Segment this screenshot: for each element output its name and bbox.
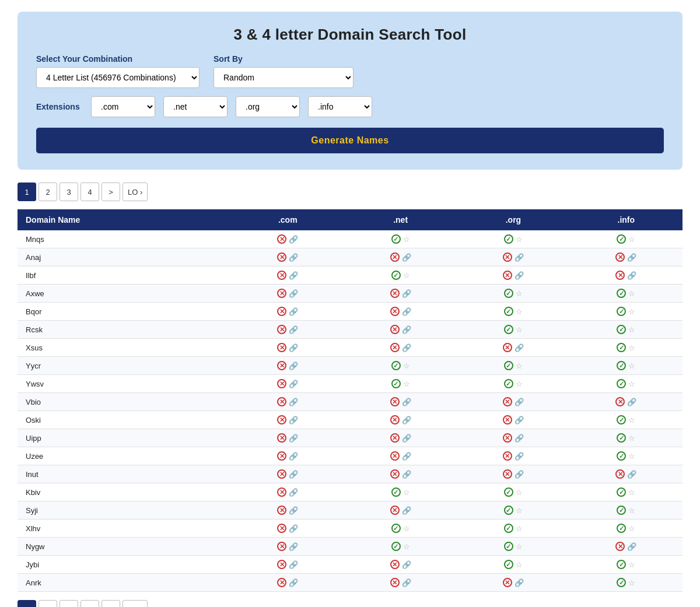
link-icon[interactable]: 🔗	[514, 470, 524, 479]
link-icon[interactable]: 🔗	[402, 325, 411, 334]
link-icon[interactable]: 🔗	[402, 343, 411, 352]
star-icon[interactable]: ☆	[403, 542, 410, 551]
combination-select[interactable]: 3 Letter List (17576 Combinations) 4 Let…	[36, 67, 200, 88]
link-icon[interactable]: 🔗	[514, 416, 524, 424]
link-icon[interactable]: 🔗	[289, 253, 298, 262]
link-icon[interactable]: 🔗	[289, 416, 298, 424]
link-icon[interactable]: 🔗	[289, 398, 298, 406]
link-icon[interactable]: 🔗	[402, 470, 411, 479]
link-icon[interactable]: 🔗	[627, 398, 636, 406]
star-icon[interactable]: ☆	[516, 289, 523, 298]
link-icon[interactable]: 🔗	[402, 307, 411, 316]
page-btn-1-bottom[interactable]: 1	[18, 600, 36, 607]
ext-select-info[interactable]: .com.net.org.info	[308, 96, 372, 117]
star-icon[interactable]: ☆	[403, 271, 410, 280]
star-icon[interactable]: ☆	[403, 524, 410, 533]
star-icon[interactable]: ☆	[516, 325, 523, 334]
page-btn-next-top[interactable]: >	[102, 183, 120, 201]
star-icon[interactable]: ☆	[628, 380, 635, 388]
page-btn-lo-bottom[interactable]: LO ›	[123, 600, 148, 607]
ext-select-net[interactable]: .com.net.org.info	[163, 96, 228, 117]
link-icon[interactable]: 🔗	[514, 578, 524, 587]
link-icon[interactable]: 🔗	[514, 343, 524, 352]
star-icon[interactable]: ☆	[628, 416, 635, 424]
link-icon[interactable]: 🔗	[627, 271, 636, 280]
star-icon[interactable]: ☆	[516, 488, 523, 497]
star-icon[interactable]: ☆	[628, 506, 635, 515]
star-icon[interactable]: ☆	[628, 452, 635, 461]
link-icon[interactable]: 🔗	[289, 380, 298, 388]
link-icon[interactable]: 🔗	[289, 578, 298, 587]
page-btn-lo-top[interactable]: LO ›	[123, 183, 148, 201]
star-icon[interactable]: ☆	[516, 362, 523, 370]
link-icon[interactable]: 🔗	[289, 470, 298, 479]
link-icon[interactable]: 🔗	[289, 289, 298, 298]
link-icon[interactable]: 🔗	[514, 434, 524, 443]
star-icon[interactable]: ☆	[516, 524, 523, 533]
link-icon[interactable]: 🔗	[402, 253, 411, 262]
link-icon[interactable]: 🔗	[402, 506, 411, 515]
star-icon[interactable]: ☆	[403, 488, 410, 497]
link-icon[interactable]: 🔗	[289, 506, 298, 515]
star-icon[interactable]: ☆	[628, 343, 635, 352]
link-icon[interactable]: 🔗	[289, 560, 298, 569]
ext-select-com[interactable]: .com.net.org.info	[91, 96, 155, 117]
link-icon[interactable]: 🔗	[289, 434, 298, 443]
star-icon[interactable]: ☆	[403, 235, 410, 244]
link-icon[interactable]: 🔗	[289, 488, 298, 497]
star-icon[interactable]: ☆	[628, 289, 635, 298]
link-icon[interactable]: 🔗	[289, 452, 298, 461]
link-icon[interactable]: 🔗	[289, 343, 298, 352]
star-icon[interactable]: ☆	[516, 380, 523, 388]
star-icon[interactable]: ☆	[628, 325, 635, 334]
star-icon[interactable]: ☆	[628, 362, 635, 370]
link-icon[interactable]: 🔗	[402, 289, 411, 298]
star-icon[interactable]: ☆	[628, 235, 635, 244]
link-icon[interactable]: 🔗	[627, 253, 636, 262]
star-icon[interactable]: ☆	[628, 307, 635, 316]
link-icon[interactable]: 🔗	[402, 416, 411, 424]
page-btn-1-top[interactable]: 1	[18, 183, 36, 201]
link-icon[interactable]: 🔗	[289, 362, 298, 370]
link-icon[interactable]: 🔗	[514, 452, 524, 461]
page-btn-4-bottom[interactable]: 4	[80, 600, 99, 607]
link-icon[interactable]: 🔗	[402, 578, 411, 587]
star-icon[interactable]: ☆	[628, 488, 635, 497]
star-icon[interactable]: ☆	[516, 560, 523, 569]
link-icon[interactable]: 🔗	[402, 560, 411, 569]
star-icon[interactable]: ☆	[516, 506, 523, 515]
sort-select[interactable]: Random Alphabetical Reverse Alphabetical	[214, 67, 354, 88]
link-icon[interactable]: 🔗	[627, 542, 636, 551]
star-icon[interactable]: ☆	[628, 560, 635, 569]
link-icon[interactable]: 🔗	[289, 271, 298, 280]
link-icon[interactable]: 🔗	[402, 434, 411, 443]
page-btn-3-bottom[interactable]: 3	[60, 600, 78, 607]
link-icon[interactable]: 🔗	[402, 398, 411, 406]
star-icon[interactable]: ☆	[628, 524, 635, 533]
page-btn-3-top[interactable]: 3	[60, 183, 78, 201]
link-icon[interactable]: 🔗	[514, 271, 524, 280]
link-icon[interactable]: 🔗	[514, 398, 524, 406]
link-icon[interactable]: 🔗	[289, 235, 298, 244]
link-icon[interactable]: 🔗	[289, 524, 298, 533]
star-icon[interactable]: ☆	[403, 362, 410, 370]
star-icon[interactable]: ☆	[628, 578, 635, 587]
link-icon[interactable]: 🔗	[402, 452, 411, 461]
generate-button[interactable]: Generate Names	[36, 128, 664, 153]
star-icon[interactable]: ☆	[628, 434, 635, 443]
page-btn-2-bottom[interactable]: 2	[38, 600, 57, 607]
star-icon[interactable]: ☆	[516, 307, 523, 316]
link-icon[interactable]: 🔗	[289, 325, 298, 334]
star-icon[interactable]: ☆	[516, 235, 523, 244]
ext-select-org[interactable]: .com.net.org.info	[236, 96, 300, 117]
link-icon[interactable]: 🔗	[289, 542, 298, 551]
page-btn-2-top[interactable]: 2	[38, 183, 57, 201]
link-icon[interactable]: 🔗	[289, 307, 298, 316]
link-icon[interactable]: 🔗	[514, 253, 524, 262]
page-btn-4-top[interactable]: 4	[80, 183, 99, 201]
link-icon[interactable]: 🔗	[627, 470, 636, 479]
star-icon[interactable]: ☆	[516, 542, 523, 551]
star-icon[interactable]: ☆	[403, 380, 410, 388]
page-btn-next-bottom[interactable]: >	[102, 600, 120, 607]
available-icon: ✓	[391, 524, 401, 533]
